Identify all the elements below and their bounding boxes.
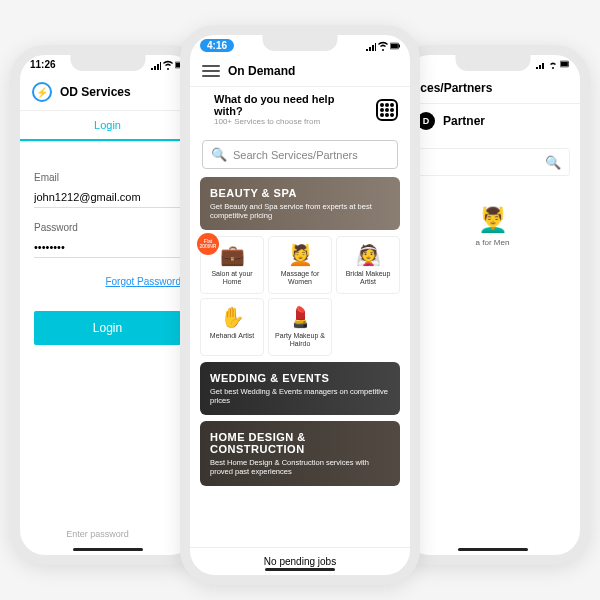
- banner-beauty[interactable]: BEAUTY & SPA Get Beauty and Spa service …: [200, 177, 400, 230]
- service-party[interactable]: 💄 Party Makeup & Hairdo: [268, 298, 332, 356]
- service-label: Bridal Makeup Artist: [339, 270, 397, 287]
- search-placeholder: Search Services/Partners: [233, 149, 358, 161]
- signal-icon: [366, 41, 376, 51]
- partner-row: D Partner: [405, 104, 580, 138]
- notch: [263, 35, 338, 51]
- app-header: On Demand: [190, 56, 410, 87]
- banner-desc: Get best Wedding & Events managers on co…: [210, 387, 390, 405]
- home-indicator: [73, 548, 143, 551]
- service-item[interactable]: 💆‍♂️ a for Men: [405, 206, 580, 251]
- banner-home[interactable]: HOME DESIGN & CONSTRUCTION Best Home Des…: [200, 421, 400, 486]
- password-label: Password: [34, 222, 181, 233]
- clock: 4:16: [200, 39, 234, 52]
- battery-icon: [390, 41, 400, 51]
- service-bridal[interactable]: 👰 Bridal Makeup Artist: [336, 236, 400, 294]
- service-label: Party Makeup & Hairdo: [271, 332, 329, 349]
- email-field[interactable]: [34, 187, 181, 208]
- header-partial: ices/Partners: [405, 73, 580, 104]
- service-label: a for Men: [405, 238, 580, 247]
- subtitle: What do you need help with?: [214, 93, 356, 117]
- banner-desc: Best Home Design & Construction services…: [210, 458, 390, 476]
- battery-icon: [560, 59, 570, 69]
- svg-rect-6: [391, 43, 398, 47]
- tabs: Login: [20, 111, 195, 142]
- svg-rect-4: [561, 62, 568, 66]
- service-label: Mehandi Artist: [203, 332, 261, 340]
- phone-login: 11:26 ⚡ OD Services Login Email Password…: [10, 45, 205, 565]
- search-input[interactable]: 🔍 Search Services/Partners: [202, 140, 398, 169]
- banner-desc: Get Beauty and Spa service from experts …: [210, 202, 390, 220]
- app-title: On Demand: [228, 64, 295, 78]
- notch: [70, 55, 145, 71]
- service-label: Massage for Women: [271, 270, 329, 287]
- clock: 11:26: [30, 59, 56, 70]
- status-icons: [536, 59, 570, 69]
- banner-title: WEDDING & EVENTS: [210, 372, 390, 384]
- hamburger-icon[interactable]: [202, 65, 220, 77]
- discount-badge: Flat 200INR: [197, 233, 219, 255]
- signal-icon: [536, 59, 546, 69]
- search-box[interactable]: 🔍: [415, 148, 570, 176]
- service-grid: Flat 200INR 💼 Salon at your Home 💆 Massa…: [200, 236, 400, 356]
- service-mehandi[interactable]: ✋ Mehandi Artist: [200, 298, 264, 356]
- wifi-icon: [378, 41, 388, 51]
- subtext: 100+ Services to choose from: [214, 117, 356, 126]
- notch: [455, 55, 530, 71]
- home-indicator: [458, 548, 528, 551]
- wifi-icon: [163, 60, 173, 70]
- massage-icon: 💆‍♂️: [405, 206, 580, 234]
- app-title: OD Services: [60, 85, 131, 99]
- email-label: Email: [34, 172, 181, 183]
- password-field[interactable]: [34, 237, 181, 258]
- service-massage[interactable]: 💆 Massage for Women: [268, 236, 332, 294]
- banner-title: BEAUTY & SPA: [210, 187, 390, 199]
- phone-partner: ices/Partners D Partner 🔍 💆‍♂️ a for Men: [395, 45, 590, 565]
- service-salon[interactable]: Flat 200INR 💼 Salon at your Home: [200, 236, 264, 294]
- search-icon: 🔍: [211, 147, 227, 162]
- app-header: ⚡ OD Services: [20, 74, 195, 111]
- partner-label: Partner: [443, 114, 485, 128]
- party-icon: 💄: [271, 305, 329, 329]
- banner-title: HOME DESIGN & CONSTRUCTION: [210, 431, 390, 455]
- service-label: Salon at your Home: [203, 270, 261, 287]
- wifi-icon: [548, 59, 558, 69]
- home-indicator: [265, 568, 335, 571]
- footer-hint: Enter password: [20, 523, 175, 545]
- mehandi-icon: ✋: [203, 305, 261, 329]
- massage-icon: 💆: [271, 243, 329, 267]
- bridal-icon: 👰: [339, 243, 397, 267]
- svg-rect-7: [399, 44, 400, 47]
- status-icons: [366, 41, 400, 51]
- banner-wedding[interactable]: WEDDING & EVENTS Get best Wedding & Even…: [200, 362, 400, 415]
- forgot-password-link[interactable]: Forgot Password: [34, 276, 181, 287]
- tab-login[interactable]: Login: [20, 111, 195, 141]
- search-icon: 🔍: [545, 155, 561, 170]
- signal-icon: [151, 60, 161, 70]
- logo-icon: ⚡: [32, 82, 52, 102]
- login-button[interactable]: Login: [34, 311, 181, 345]
- grid-view-button[interactable]: [376, 99, 398, 121]
- phone-main: 4:16 On Demand What do you need help wit…: [180, 25, 420, 585]
- header-text: ices/Partners: [417, 81, 492, 95]
